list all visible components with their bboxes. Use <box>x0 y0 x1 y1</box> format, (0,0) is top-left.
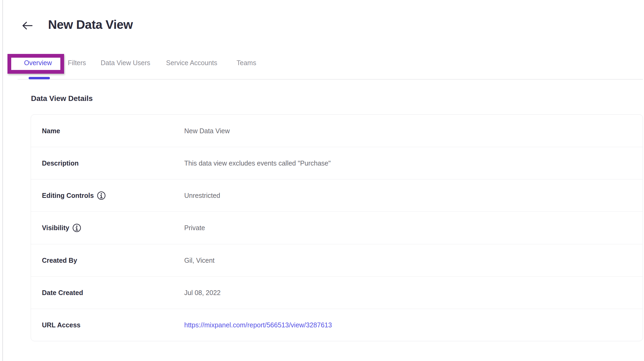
row-value: Gil, Vicent <box>184 256 214 265</box>
row-label: Editing Controls <box>42 191 106 200</box>
table-row-url-access: URL Access https://mixpanel.com/report/5… <box>31 309 643 341</box>
table-row-name: Name New Data View <box>31 115 643 147</box>
tabs-divider <box>18 79 643 80</box>
table-row-editing-controls: Editing Controls Unrestricted <box>31 179 643 211</box>
arrow-left-icon <box>22 21 33 30</box>
table-row-description: Description This data view excludes even… <box>31 147 643 179</box>
data-view-details-card: Name New Data View Description This data… <box>31 114 643 341</box>
row-value: This data view excludes events called "P… <box>184 159 331 167</box>
row-label: Date Created <box>42 289 83 297</box>
tab-teams[interactable]: Teams <box>237 59 256 67</box>
row-value: Private <box>184 223 205 232</box>
info-icon[interactable] <box>72 223 81 232</box>
row-label: URL Access <box>42 321 81 329</box>
page-title: New Data View <box>48 17 133 32</box>
panel-edge-divider <box>2 0 3 361</box>
tab-filters[interactable]: Filters <box>68 59 86 67</box>
row-label: Created By <box>42 256 77 264</box>
row-value: Jul 08, 2022 <box>184 288 221 297</box>
url-access-link[interactable]: https://mixpanel.com/report/566513/view/… <box>184 321 332 329</box>
tab-data-view-users[interactable]: Data View Users <box>101 59 150 67</box>
tab-overview[interactable]: Overview <box>24 59 52 67</box>
table-row-visibility: Visibility Private <box>31 211 643 244</box>
table-row-created-by: Created By Gil, Vicent <box>31 244 643 276</box>
active-tab-indicator <box>29 77 50 79</box>
info-icon[interactable] <box>97 191 106 200</box>
back-button[interactable] <box>21 20 33 31</box>
row-label: Description <box>42 159 79 167</box>
row-value: Unrestricted <box>184 191 220 200</box>
table-row-date-created: Date Created Jul 08, 2022 <box>31 276 643 309</box>
section-heading: Data View Details <box>31 94 93 103</box>
row-label: Name <box>42 127 60 135</box>
row-value: New Data View <box>184 127 230 135</box>
row-label: Visibility <box>42 223 81 232</box>
tab-service-accounts[interactable]: Service Accounts <box>166 59 217 67</box>
